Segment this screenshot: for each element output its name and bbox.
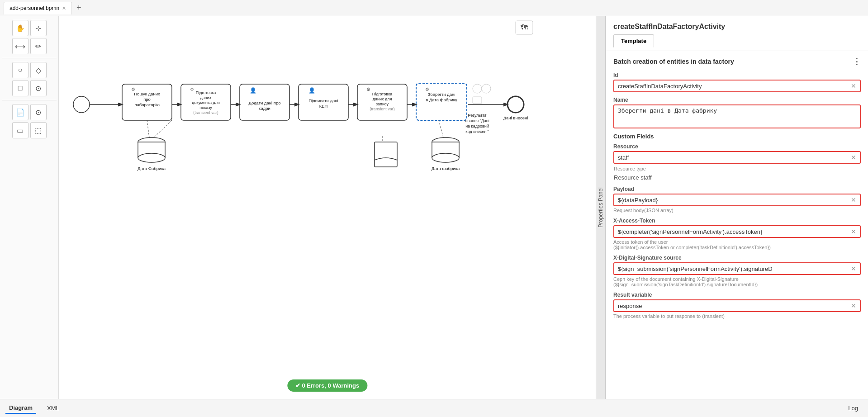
svg-text:в Дата фабрику: в Дата фабрику [426,97,457,102]
x-access-token-input-wrap: ✕ [613,225,861,238]
lasso-tool[interactable]: ✏ [30,38,47,54]
toolbar-row-4: □ ⊙ [2,80,57,96]
svg-point-51 [138,153,165,162]
x-digital-sig-input[interactable] [618,265,849,272]
id-field-group: Id ✕ [613,72,861,92]
name-textarea-wrap: Зберегти дані в Дата фабрику [613,104,861,128]
result-variable-input[interactable] [618,303,849,309]
x-access-token-input[interactable] [618,228,849,235]
panel-header: createStaffInDataFactoryActivity Templat… [606,16,868,51]
x-digital-sig-hint: Серп key of the document containing X-Di… [613,276,861,287]
file-tab[interactable]: add-personnel.bpmn ✕ [4,2,72,14]
svg-text:КЕП: КЕП [319,104,328,109]
rect2-tool[interactable]: ▭ [12,122,28,138]
name-label: Name [613,97,861,103]
svg-text:кадри: кадри [259,106,270,111]
svg-text:даних: даних [200,95,212,100]
svg-text:онання "Дані: онання "Дані [465,118,489,123]
result-variable-label: Result variable [613,292,861,298]
resource-clear-icon[interactable]: ✕ [849,154,856,161]
payload-field-group: Payload ✕ Request body(JSON array) [613,186,861,213]
circle-tool[interactable]: ○ [12,62,28,78]
toolbar-row-3: ○ ◇ [2,62,57,78]
svg-text:(transient var): (transient var) [370,107,395,111]
select-tool[interactable]: ⊹ [30,20,47,36]
payload-input[interactable] [618,197,849,204]
section-menu-icon[interactable]: ⋮ [853,57,861,66]
svg-text:Результат: Результат [468,113,487,118]
svg-line-54 [154,120,172,137]
bottom-bar: Diagram XML Log [0,399,868,417]
toolbar-separator-1 [2,58,57,58]
svg-text:🗺: 🗺 [521,24,528,31]
properties-panel-label: Properties Panel [596,16,606,399]
svg-text:показу: показу [199,105,212,110]
close-tab-icon[interactable]: ✕ [62,5,66,11]
diamond-tool[interactable]: ◇ [30,62,47,78]
svg-text:даних для: даних для [373,97,392,101]
tab-xml[interactable]: XML [43,403,63,413]
panel-content: Batch creation of entities in data facto… [606,51,868,399]
section-title: Batch creation of entities in data facto… [613,58,734,65]
payload-clear-icon[interactable]: ✕ [849,196,856,204]
rect-tool[interactable]: □ [12,80,28,96]
svg-text:на кадровий: на кадровий [465,124,489,128]
id-clear-icon[interactable]: ✕ [849,82,856,90]
canvas-area[interactable]: 🗺 ⚙ Пошук даних про лабораторію ⚙ Підгот… [59,16,596,399]
dashed-tool[interactable]: ⬚ [30,122,47,138]
svg-point-39 [473,84,482,93]
toolbar-row-6: ▭ ⬚ [2,122,57,138]
add-tab-button[interactable]: + [74,3,84,13]
x-access-token-clear-icon[interactable]: ✕ [849,228,856,235]
resource-label: Resource [613,143,861,150]
resource-input[interactable] [618,154,849,161]
hand-tool[interactable]: ✋ [12,20,28,36]
resource-input-wrap: ✕ [613,151,861,164]
name-textarea[interactable]: Зберегти дані в Дата фабрику [618,107,856,124]
payload-input-wrap: ✕ [613,194,861,206]
custom-fields-label: Custom Fields [613,133,861,140]
svg-text:запису: запису [376,102,389,106]
panel-title: createStaffInDataFactoryActivity [613,23,861,31]
status-label: ✔ 0 Errors, 0 Warnings [295,382,359,389]
x-digital-sig-input-wrap: ✕ [613,262,861,275]
payload-hint: Request body(JSON array) [613,208,861,213]
toolbar-row-2: ⟷ ✏ [2,38,57,54]
svg-line-61 [439,120,443,137]
name-field-group: Name Зберегти дані в Дата фабрику [613,97,861,128]
svg-text:Додати дані про: Додати дані про [248,100,280,105]
main-area: ✋ ⊹ ⟷ ✏ ○ ◇ □ ⊙ 📄 ⊙ ▭ ⬚ 🗺 [0,16,868,399]
status-bar: ✔ 0 Errors, 0 Warnings [285,377,370,394]
svg-text:Зберегти дані: Зберегти дані [428,92,455,97]
left-toolbar: ✋ ⊹ ⟷ ✏ ○ ◇ □ ⊙ 📄 ⊙ ▭ ⬚ [0,16,59,399]
payload-label: Payload [613,186,861,192]
id-input[interactable] [618,83,849,90]
x-digital-sig-clear-icon[interactable]: ✕ [849,265,856,272]
section-header: Batch creation of entities in data facto… [613,57,861,66]
svg-text:Дата фабрика: Дата фабрика [432,166,460,171]
svg-text:кад внесені": кад внесені" [465,129,489,134]
x-access-token-hint: Access token of the user(${initiator().a… [613,239,861,250]
result-variable-hint: The process variable to put response to … [613,313,861,319]
panel-tabs: Template [613,34,861,47]
id-input-wrap: ✕ [613,80,861,92]
move-tool[interactable]: ⟷ [12,38,28,54]
file-tab-label: add-personnel.bpmn [9,5,59,11]
tab-template[interactable]: Template [613,34,654,47]
db2-tool[interactable]: ⊙ [30,104,47,120]
db-tool[interactable]: ⊙ [30,80,47,96]
result-variable-clear-icon[interactable]: ✕ [849,302,856,309]
svg-point-59 [432,153,459,162]
tab-diagram[interactable]: Diagram [5,403,36,414]
toolbar-row-1: ✋ ⊹ [2,20,57,36]
log-button[interactable]: Log [844,403,863,413]
x-digital-sig-field-group: X-Digital-Signature source ✕ Серп key of… [613,255,861,287]
result-variable-field-group: Result variable ✕ The process variable t… [613,292,861,319]
svg-rect-55 [375,142,397,167]
doc-tool[interactable]: 📄 [12,104,28,120]
svg-text:Підготовка: Підготовка [372,92,393,96]
toolbar-separator-2 [2,100,57,100]
svg-point-40 [482,84,491,93]
resource-type-value: Resource staff [613,173,861,181]
svg-point-2 [73,96,90,113]
